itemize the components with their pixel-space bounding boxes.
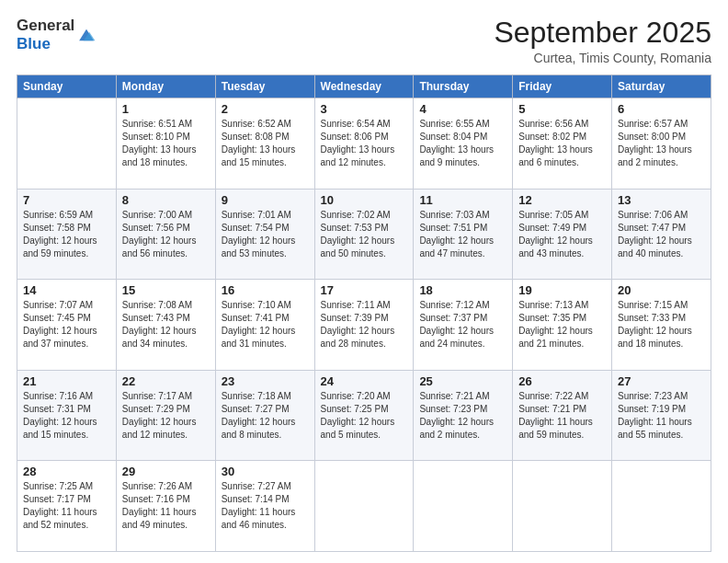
day-number: 4 — [419, 102, 506, 116]
calendar-subtitle: Curtea, Timis County, Romania — [494, 51, 711, 65]
day-info: Sunrise: 7:02 AMSunset: 7:53 PMDaylight:… — [321, 209, 408, 260]
day-info: Sunrise: 6:54 AMSunset: 8:06 PMDaylight:… — [321, 118, 408, 169]
calendar-cell: 22Sunrise: 7:17 AMSunset: 7:29 PMDayligh… — [116, 370, 215, 461]
day-info: Sunrise: 7:10 AMSunset: 7:41 PMDaylight:… — [222, 299, 309, 350]
calendar-cell: 11Sunrise: 7:03 AMSunset: 7:51 PMDayligh… — [414, 189, 513, 280]
weekday-header-tuesday: Tuesday — [215, 75, 314, 98]
weekday-header-thursday: Thursday — [414, 75, 513, 98]
calendar-cell: 15Sunrise: 7:08 AMSunset: 7:43 PMDayligh… — [116, 280, 215, 371]
weekday-header-saturday: Saturday — [612, 75, 711, 98]
day-info: Sunrise: 7:01 AMSunset: 7:54 PMDaylight:… — [222, 209, 309, 260]
day-info: Sunrise: 6:55 AMSunset: 8:04 PMDaylight:… — [419, 118, 506, 169]
calendar-cell: 12Sunrise: 7:05 AMSunset: 7:49 PMDayligh… — [513, 189, 612, 280]
day-info: Sunrise: 7:18 AMSunset: 7:27 PMDaylight:… — [222, 390, 309, 442]
calendar-cell: 9Sunrise: 7:01 AMSunset: 7:54 PMDaylight… — [215, 189, 314, 280]
day-info: Sunrise: 7:15 AMSunset: 7:33 PMDaylight:… — [618, 299, 705, 350]
calendar-cell: 24Sunrise: 7:20 AMSunset: 7:25 PMDayligh… — [314, 370, 414, 461]
day-number: 29 — [122, 465, 210, 478]
day-info: Sunrise: 7:17 AMSunset: 7:29 PMDaylight:… — [122, 390, 210, 442]
day-number: 9 — [222, 193, 309, 207]
day-info: Sunrise: 7:16 AMSunset: 7:31 PMDaylight:… — [23, 390, 110, 442]
logo: General Blue — [17, 17, 97, 52]
title-block: September 2025 Curtea, Timis County, Rom… — [494, 17, 711, 65]
day-number: 28 — [23, 465, 110, 478]
day-info: Sunrise: 6:52 AMSunset: 8:08 PMDaylight:… — [222, 118, 309, 169]
day-info: Sunrise: 6:59 AMSunset: 7:58 PMDaylight:… — [23, 209, 110, 260]
day-number: 13 — [618, 193, 705, 207]
day-info: Sunrise: 6:51 AMSunset: 8:10 PMDaylight:… — [122, 118, 210, 169]
calendar-cell: 25Sunrise: 7:21 AMSunset: 7:23 PMDayligh… — [414, 370, 513, 461]
day-info: Sunrise: 7:23 AMSunset: 7:19 PMDaylight:… — [618, 390, 705, 442]
calendar-cell — [513, 461, 612, 552]
day-number: 26 — [518, 374, 606, 388]
calendar-cell: 8Sunrise: 7:00 AMSunset: 7:56 PMDaylight… — [116, 189, 215, 280]
day-info: Sunrise: 7:11 AMSunset: 7:39 PMDaylight:… — [321, 299, 408, 350]
day-info: Sunrise: 7:26 AMSunset: 7:16 PMDaylight:… — [122, 480, 210, 532]
calendar-cell: 20Sunrise: 7:15 AMSunset: 7:33 PMDayligh… — [612, 280, 711, 371]
day-number: 5 — [518, 102, 606, 116]
day-info: Sunrise: 7:27 AMSunset: 7:14 PMDaylight:… — [222, 480, 309, 532]
day-info: Sunrise: 7:21 AMSunset: 7:23 PMDaylight:… — [419, 390, 506, 442]
calendar-cell: 28Sunrise: 7:25 AMSunset: 7:17 PMDayligh… — [17, 461, 117, 552]
day-number: 11 — [419, 193, 506, 207]
day-number: 27 — [618, 374, 705, 388]
logo-text: General Blue — [17, 17, 74, 52]
day-info: Sunrise: 7:20 AMSunset: 7:25 PMDaylight:… — [321, 390, 408, 442]
day-info: Sunrise: 7:13 AMSunset: 7:35 PMDaylight:… — [518, 299, 606, 350]
day-number: 2 — [222, 102, 309, 116]
day-number: 22 — [122, 374, 210, 388]
day-info: Sunrise: 7:00 AMSunset: 7:56 PMDaylight:… — [122, 209, 210, 260]
day-number: 3 — [321, 102, 408, 116]
day-number: 25 — [419, 374, 506, 388]
calendar-cell: 19Sunrise: 7:13 AMSunset: 7:35 PMDayligh… — [513, 280, 612, 371]
calendar-cell: 23Sunrise: 7:18 AMSunset: 7:27 PMDayligh… — [215, 370, 314, 461]
day-number: 15 — [122, 283, 210, 297]
weekday-header-monday: Monday — [116, 75, 215, 98]
weekday-header-sunday: Sunday — [17, 75, 117, 98]
week-row-3: 14Sunrise: 7:07 AMSunset: 7:45 PMDayligh… — [17, 280, 711, 371]
calendar-cell: 27Sunrise: 7:23 AMSunset: 7:19 PMDayligh… — [612, 370, 711, 461]
logo-icon — [76, 25, 97, 45]
day-info: Sunrise: 6:57 AMSunset: 8:00 PMDaylight:… — [618, 118, 705, 169]
calendar-table: SundayMondayTuesdayWednesdayThursdayFrid… — [17, 75, 711, 552]
calendar-cell — [414, 461, 513, 552]
calendar-cell — [612, 461, 711, 552]
day-info: Sunrise: 7:05 AMSunset: 7:49 PMDaylight:… — [518, 209, 606, 260]
calendar-cell: 18Sunrise: 7:12 AMSunset: 7:37 PMDayligh… — [414, 280, 513, 371]
week-row-2: 7Sunrise: 6:59 AMSunset: 7:58 PMDaylight… — [17, 189, 711, 280]
calendar-cell: 3Sunrise: 6:54 AMSunset: 8:06 PMDaylight… — [314, 98, 414, 190]
day-info: Sunrise: 7:08 AMSunset: 7:43 PMDaylight:… — [122, 299, 210, 350]
day-number: 16 — [222, 283, 309, 297]
day-info: Sunrise: 7:06 AMSunset: 7:47 PMDaylight:… — [618, 209, 705, 260]
day-number: 14 — [23, 283, 110, 297]
calendar-cell: 21Sunrise: 7:16 AMSunset: 7:31 PMDayligh… — [17, 370, 117, 461]
day-info: Sunrise: 7:22 AMSunset: 7:21 PMDaylight:… — [518, 390, 606, 442]
calendar-cell: 16Sunrise: 7:10 AMSunset: 7:41 PMDayligh… — [215, 280, 314, 371]
calendar-cell: 2Sunrise: 6:52 AMSunset: 8:08 PMDaylight… — [215, 98, 314, 190]
page: General Blue September 2025 Curtea, Timi… — [0, 0, 728, 563]
day-number: 12 — [518, 193, 606, 207]
day-number: 1 — [122, 102, 210, 116]
calendar-cell — [314, 461, 414, 552]
day-number: 8 — [122, 193, 210, 207]
day-number: 23 — [222, 374, 309, 388]
calendar-cell: 30Sunrise: 7:27 AMSunset: 7:14 PMDayligh… — [215, 461, 314, 552]
day-number: 18 — [419, 283, 506, 297]
week-row-5: 28Sunrise: 7:25 AMSunset: 7:17 PMDayligh… — [17, 461, 711, 552]
day-number: 24 — [321, 374, 408, 388]
day-number: 21 — [23, 374, 110, 388]
weekday-header-wednesday: Wednesday — [314, 75, 414, 98]
day-number: 17 — [321, 283, 408, 297]
day-info: Sunrise: 7:25 AMSunset: 7:17 PMDaylight:… — [23, 480, 110, 532]
day-number: 20 — [618, 283, 705, 297]
calendar-cell: 17Sunrise: 7:11 AMSunset: 7:39 PMDayligh… — [314, 280, 414, 371]
day-info: Sunrise: 7:07 AMSunset: 7:45 PMDaylight:… — [23, 299, 110, 350]
calendar-cell: 5Sunrise: 6:56 AMSunset: 8:02 PMDaylight… — [513, 98, 612, 190]
calendar-title: September 2025 — [494, 17, 711, 49]
calendar-cell: 13Sunrise: 7:06 AMSunset: 7:47 PMDayligh… — [612, 189, 711, 280]
day-info: Sunrise: 6:56 AMSunset: 8:02 PMDaylight:… — [518, 118, 606, 169]
header: General Blue September 2025 Curtea, Timi… — [17, 17, 711, 65]
day-number: 6 — [618, 102, 705, 116]
calendar-cell: 26Sunrise: 7:22 AMSunset: 7:21 PMDayligh… — [513, 370, 612, 461]
day-number: 7 — [23, 193, 110, 207]
